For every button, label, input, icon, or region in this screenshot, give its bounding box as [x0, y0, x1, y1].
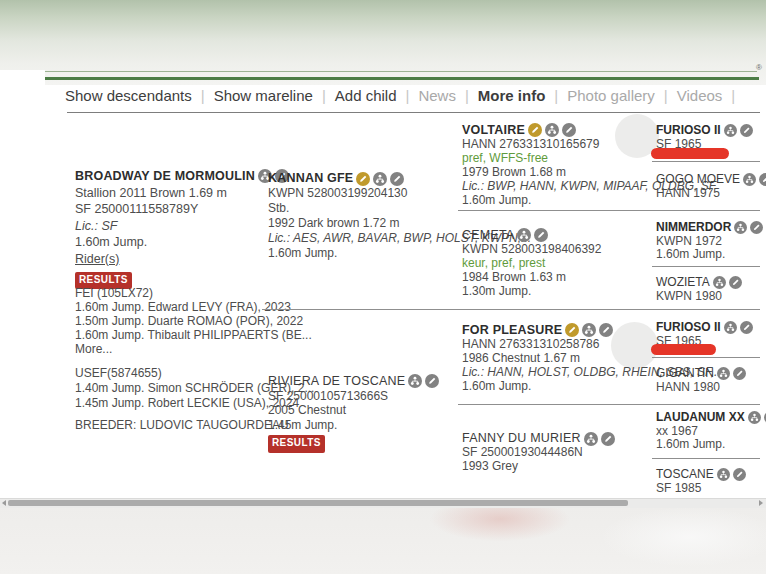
results-more-link[interactable]: More... [75, 342, 312, 356]
results-line: 1.60m Jump. Thibault PHILIPPAERTS (BE... [75, 328, 312, 342]
toolbar-more-info[interactable]: More info [478, 87, 546, 104]
edit-icon[interactable] [740, 124, 753, 137]
cell-divider [652, 266, 760, 267]
horse-description: 2005 Chestnut [268, 403, 439, 418]
inbreeding-highlight [651, 148, 729, 159]
horse-registration: KWPN 528003198406392 [462, 242, 601, 256]
horse-card-broadway-de-mormoulin: BROADWAY DE MORMOULIN Stallion 2011 Brow… [75, 168, 289, 267]
horse-name[interactable]: TOSCANE [656, 468, 714, 482]
horse-name[interactable]: CEMETA [462, 228, 514, 242]
horse-name[interactable]: FURIOSO II [656, 321, 721, 335]
scroll-right-arrow-icon[interactable] [759, 500, 763, 506]
results-fei: FEI (105LX72) [75, 286, 312, 300]
inbreeding-highlight [651, 344, 716, 355]
horse-description: Stallion 2011 Brown 1.69 m [75, 185, 289, 202]
gold-badge-icon[interactable] [565, 323, 579, 337]
toolbar-separator: | [192, 87, 214, 104]
horse-jump-level: 1.60m Jump. [75, 234, 289, 251]
horse-name[interactable]: BROADWAY DE MORMOULIN [75, 168, 255, 185]
edit-icon[interactable] [750, 221, 763, 234]
header-rule-light [45, 71, 757, 72]
edit-icon[interactable] [733, 367, 746, 380]
edit-icon[interactable] [601, 432, 615, 446]
horse-card-toscane: TOSCANE SF 1985 [656, 468, 746, 495]
edit-icon[interactable] [390, 172, 404, 186]
horse-predicates: keur, pref, prest [462, 256, 601, 270]
horse-card-fanny-du-murier: FANNY DU MURIER SF 25000193044486N 1993 … [462, 432, 615, 473]
pedigree-icon[interactable] [717, 367, 730, 380]
pedigree-icon[interactable] [734, 221, 747, 234]
toolbar-separator: | [722, 87, 744, 104]
gold-badge-icon[interactable] [356, 172, 370, 186]
scroll-left-arrow-icon[interactable] [2, 500, 6, 506]
registered-trademark: ® [756, 63, 762, 72]
pedigree-icon[interactable] [517, 228, 531, 242]
horse-card-gigantin: GIGANTIN HANN 1980 [656, 367, 746, 394]
horse-info: KWPN 1972 [656, 235, 763, 249]
pedigree-icon[interactable] [584, 432, 598, 446]
horse-jump-level: 1.60m Jump. [656, 248, 763, 262]
edit-icon[interactable] [599, 323, 613, 337]
horse-name[interactable]: GIGANTIN [656, 367, 714, 381]
toolbar-news[interactable]: News [418, 87, 456, 104]
horse-info: KWPN 1980 [656, 290, 742, 304]
edit-icon[interactable] [740, 321, 753, 334]
edit-icon[interactable] [729, 276, 742, 289]
toolbar-photo-gallery[interactable]: Photo gallery [567, 87, 655, 104]
header-rule-dark [45, 77, 759, 80]
horse-info: SF 1985 [656, 482, 746, 496]
riders-link[interactable]: Rider(s) [75, 252, 119, 266]
pedigree-icon[interactable] [545, 123, 559, 137]
toolbar-separator: | [545, 87, 567, 104]
edit-icon[interactable] [759, 173, 766, 186]
horse-registration: SF 25000111558789Y [75, 201, 289, 218]
panel-corner [0, 70, 45, 85]
toolbar-separator: | [456, 87, 478, 104]
gold-badge-icon[interactable] [528, 123, 542, 137]
toolbar-show-mareline[interactable]: Show mareline [214, 87, 313, 104]
edit-icon[interactable] [733, 468, 746, 481]
horizontal-scrollbar-thumb[interactable] [8, 500, 628, 507]
horse-jump-level: 1.45m Jump. [268, 418, 439, 433]
horse-name[interactable]: FANNY DU MURIER [462, 432, 581, 446]
footer-background [0, 507, 766, 574]
horse-description: 1984 Brown 1.63 m [462, 270, 601, 284]
group-divider [458, 404, 760, 405]
horse-name[interactable]: NIMMERDOR [656, 221, 731, 235]
pedigree-icon[interactable] [743, 173, 756, 186]
horse-license: Lic.: SF [75, 218, 289, 235]
horse-name[interactable]: FOR PLEASURE [462, 323, 562, 337]
horse-card-gogo-moeve: GOGO MOEVE HANN 1975 [656, 173, 766, 200]
pedigree-icon[interactable] [748, 411, 761, 424]
pedigree-icon[interactable] [717, 468, 730, 481]
half-divider [262, 309, 760, 310]
pedigree-icon[interactable] [582, 323, 596, 337]
pedigree-icon[interactable] [373, 172, 387, 186]
horse-name[interactable]: RIVIERA DE TOSCANE [268, 374, 405, 389]
breeder-line: BREEDER: LUDOVIC TAUGOURDEAU [75, 418, 289, 432]
pedigree-icon[interactable] [408, 374, 422, 388]
toolbar-add-child[interactable]: Add child [335, 87, 397, 104]
horse-name[interactable]: KANNAN GFE [268, 171, 353, 186]
horse-card-riviera-de-toscane: RIVIERA DE TOSCANE SF 25000105713666S 20… [268, 374, 439, 453]
horse-info: HANN 1975 [656, 187, 766, 201]
horse-name[interactable]: FURIOSO II [656, 124, 721, 138]
horse-name[interactable]: LAUDANUM XX [656, 411, 745, 425]
edit-icon[interactable] [534, 228, 548, 242]
pedigree-page: ® Show descendants| Show mareline| Add c… [0, 0, 766, 574]
horse-name[interactable]: WOZIETA [656, 276, 710, 290]
toolbar-videos[interactable]: Videos [677, 87, 723, 104]
horse-jump-level: 1.30m Jump. [462, 284, 601, 298]
results-line: 1.50m Jump. Duarte ROMAO (POR), 2022 [75, 314, 312, 328]
pedigree-icon[interactable] [724, 321, 737, 334]
toolbar: Show descendants| Show mareline| Add chi… [65, 87, 744, 104]
horse-card-furioso-ii: FURIOSO II SF 1965 [656, 124, 753, 151]
edit-icon[interactable] [425, 374, 439, 388]
pedigree-icon[interactable] [713, 276, 726, 289]
horse-name[interactable]: VOLTAIRE [462, 123, 525, 137]
horse-name[interactable]: GOGO MOEVE [656, 173, 740, 187]
horse-card-laudanum-xx: LAUDANUM XX xx 1967 1.60m Jump. [656, 411, 766, 452]
pedigree-icon[interactable] [724, 124, 737, 137]
toolbar-show-descendants[interactable]: Show descendants [65, 87, 192, 104]
edit-icon[interactable] [562, 123, 576, 137]
